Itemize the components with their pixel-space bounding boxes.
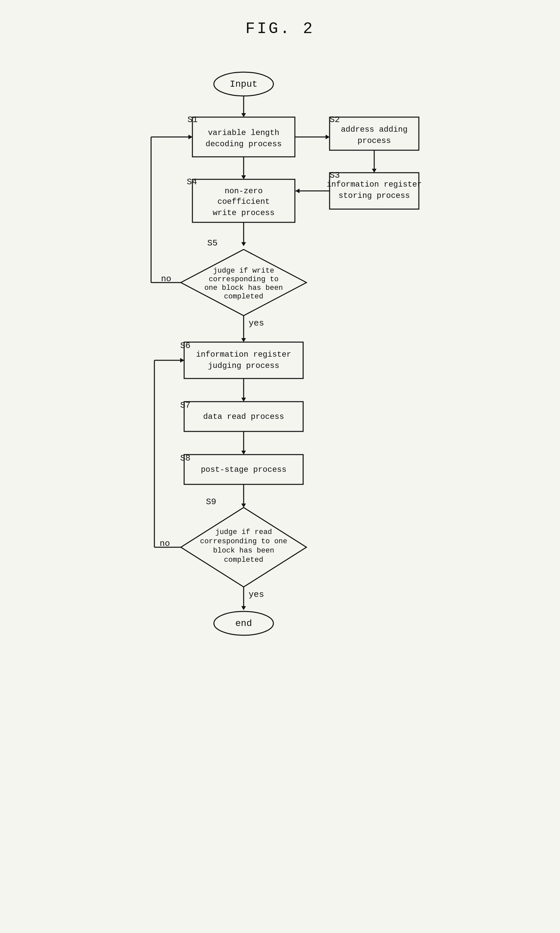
page-title: FIG. 2: [246, 20, 315, 38]
s7-text: data read process: [203, 412, 284, 421]
s5-text-line2: corresponding to: [209, 275, 278, 284]
s5-text-line1: judge if write: [213, 267, 274, 275]
s5-text-line3: one block has been: [204, 284, 283, 292]
svg-marker-8: [372, 169, 377, 173]
s8-label: S8: [180, 453, 191, 463]
s1-text-line1: variable length: [208, 128, 279, 137]
s5-label: S5: [207, 238, 217, 248]
svg-marker-39: [242, 606, 246, 610]
s6-text-line1: information register: [196, 350, 291, 359]
s4-text-line2: coefficient: [217, 197, 270, 206]
svg-marker-14: [295, 188, 300, 193]
svg-marker-29: [242, 450, 246, 455]
s4-text-line3: write process: [212, 208, 274, 217]
s3-text-line1: information register: [327, 180, 422, 189]
s3-label: S3: [329, 170, 340, 180]
s9-text-line4: completed: [224, 556, 263, 564]
svg-marker-2: [242, 113, 246, 117]
s9-text-line1: judge if read: [215, 528, 272, 536]
s6-label: S6: [180, 341, 191, 351]
input-label: Input: [230, 79, 257, 89]
svg-marker-21: [188, 135, 192, 139]
svg-rect-24: [184, 342, 303, 378]
end-label: end: [235, 618, 252, 629]
s2-text-line2: process: [358, 136, 391, 145]
svg-marker-11: [242, 175, 246, 179]
s5-yes-label: yes: [249, 318, 264, 328]
svg-rect-9: [329, 173, 419, 209]
s8-text: post-stage process: [201, 465, 286, 474]
s6-text-line2: judging process: [208, 361, 279, 370]
s3-text-line2: storing process: [338, 191, 410, 200]
svg-marker-23: [242, 338, 246, 342]
svg-marker-5: [326, 135, 329, 139]
s2-text-line1: address adding: [341, 125, 408, 134]
s2-label: S2: [329, 115, 340, 125]
svg-marker-32: [242, 504, 246, 507]
flowchart: Input variable length decoding process S…: [131, 64, 429, 918]
s9-yes-label: yes: [249, 589, 264, 600]
s9-label: S9: [206, 497, 216, 507]
s9-text-line2: corresponding to one: [200, 537, 287, 546]
svg-marker-26: [242, 398, 246, 402]
s4-label: S4: [187, 177, 197, 187]
s5-text-line4: completed: [224, 293, 263, 301]
s1-text-line2: decoding process: [206, 140, 282, 148]
svg-marker-37: [180, 358, 184, 362]
svg-marker-16: [242, 242, 246, 246]
s9-text-line3: block has been: [213, 547, 274, 555]
s7-label: S7: [180, 400, 191, 410]
s4-text-line1: non-zero: [225, 187, 263, 196]
s1-label: S1: [188, 115, 198, 125]
